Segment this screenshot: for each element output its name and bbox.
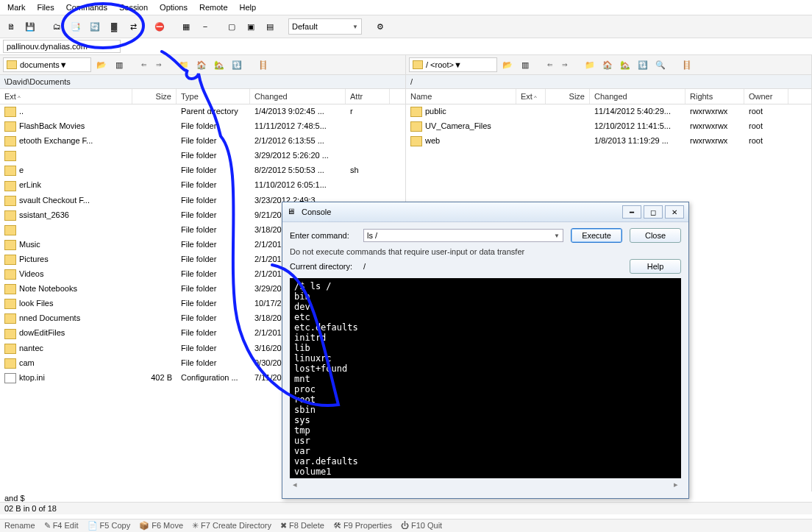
transfer-preset-dropdown[interactable]: Default ▼ <box>288 18 362 35</box>
help-button[interactable]: Help <box>630 259 681 274</box>
close-x-button[interactable]: ✕ <box>665 205 684 219</box>
table-row[interactable]: FlashBack MoviesFile folder11/11/2012 7:… <box>0 119 405 134</box>
col-type[interactable]: Type <box>177 89 250 104</box>
hint-move[interactable]: 📦 F6 Move <box>139 521 183 531</box>
tool-sync-icon[interactable]: 🗂 <box>49 18 65 35</box>
command-input[interactable]: ls / ▼ <box>363 229 563 242</box>
col-size[interactable]: Size <box>546 89 590 104</box>
tool-stop-icon[interactable]: ⛔ <box>152 18 168 35</box>
scroll-left-icon[interactable]: ◂ <box>293 480 297 489</box>
hint-quit[interactable]: ⏻ F10 Quit <box>401 521 442 531</box>
console-title: Console <box>302 208 331 216</box>
hint-mkdir[interactable]: ✳ F7 Create Directory <box>192 521 271 531</box>
parent-dir-icon[interactable]: 📁 <box>583 57 597 72</box>
table-row[interactable]: web1/8/2013 11:19:29 ...rwxrwxrwxroot <box>406 134 811 149</box>
folder-icon <box>413 60 423 69</box>
home-icon[interactable]: 🏡 <box>212 57 227 72</box>
home-icon[interactable]: 🏡 <box>618 57 633 72</box>
hint-delete[interactable]: ✖ F8 Delete <box>280 521 324 531</box>
table-row[interactable]: ..Parent directory1/4/2013 9:02:45 ...r <box>0 104 405 119</box>
hint-props[interactable]: 🛠 F9 Properties <box>333 521 392 531</box>
tool-queue-icon[interactable]: ▓ <box>106 18 122 35</box>
table-row[interactable]: erLinkFile folder11/10/2012 6:05:1... <box>0 178 405 193</box>
tool-settings-icon[interactable]: ⚙ <box>372 18 388 35</box>
tool-new-icon[interactable]: 🗎 <box>3 18 19 35</box>
col-attr[interactable]: Attr <box>346 89 390 104</box>
refresh-pane-icon[interactable]: 🔃 <box>635 57 650 72</box>
console-output[interactable]: /$ ls / bin dev etc etc.defaults initrd … <box>290 278 681 478</box>
nav-back-icon[interactable]: ⇐ <box>544 61 556 68</box>
remote-header: Name Ext^ Size Changed Rights Owner <box>406 89 811 104</box>
open-folder-icon[interactable]: 📂 <box>500 57 515 72</box>
tool-transfer-icon[interactable]: ⇄ <box>125 18 141 35</box>
menu-commands[interactable]: Commands <box>62 1 112 13</box>
col-ext[interactable]: Ext^ <box>516 89 546 104</box>
table-row[interactable]: public11/14/2012 5:40:29...rwxrwxrwxroot <box>406 104 811 119</box>
nav-back-icon[interactable]: ⇐ <box>138 61 150 68</box>
folder-icon <box>4 210 16 221</box>
root-dir-icon[interactable]: 🏠 <box>600 57 615 72</box>
col-changed[interactable]: Changed <box>250 89 346 104</box>
nav-fwd-icon[interactable]: ⇒ <box>153 61 165 68</box>
remote-drive-selector[interactable]: / <root> ▼ <box>409 57 497 72</box>
sort-caret-icon: ^ <box>534 94 537 101</box>
tool-minus-icon[interactable]: − <box>197 18 213 35</box>
remote-pane-toolbar: / <root> ▼ 📂 ▥ ⇐ ⇒ 📁 🏠 🏡 🔃 🔍 🪜 <box>406 55 811 75</box>
hint-rename[interactable]: Rename <box>4 521 35 531</box>
minimize-button[interactable]: ━ <box>622 205 641 219</box>
parent-dir-icon[interactable]: 📁 <box>177 57 191 72</box>
menu-remote[interactable]: Remote <box>195 1 232 13</box>
table-row[interactable]: etooth Exchange F...File folder2/1/2012 … <box>0 134 405 149</box>
tree-icon[interactable]: 🪜 <box>680 57 694 72</box>
menu-session[interactable]: Session <box>115 1 152 13</box>
find-icon[interactable]: 🔍 <box>653 57 668 72</box>
tool-sel1-icon[interactable]: ▢ <box>224 18 240 35</box>
folder-icon <box>410 107 422 117</box>
hint-copy[interactable]: 📄 F5 Copy <box>88 521 131 531</box>
folder-icon <box>4 344 16 354</box>
tool-grid-icon[interactable]: ▦ <box>178 18 194 35</box>
local-header: Ext^ Size Type Changed Attr <box>0 89 405 104</box>
nav-fwd-icon[interactable]: ⇒ <box>559 61 571 68</box>
tool-copy-icon[interactable]: 📑 <box>68 18 84 35</box>
folder-icon <box>410 121 422 132</box>
menu-mark[interactable]: Mark <box>3 1 29 13</box>
main-toolbar: 🗎 💾 🗂 📑 🔄 ▓ ⇄ ⛔ ▦ − ▢ ▣ ▤ Default ▼ ⚙ <box>0 15 812 38</box>
folder-icon <box>4 121 16 132</box>
root-dir-icon[interactable]: 🏠 <box>194 57 209 72</box>
col-size[interactable]: Size <box>132 89 177 104</box>
maximize-button[interactable]: ◻ <box>644 205 663 219</box>
menu-options[interactable]: Options <box>155 1 192 13</box>
hint-edit[interactable]: ✎ F4 Edit <box>44 521 79 531</box>
menu-files[interactable]: Files <box>32 1 58 13</box>
open-folder-icon[interactable]: 📂 <box>94 57 109 72</box>
scroll-right-icon[interactable]: ▸ <box>674 480 678 489</box>
table-row[interactable]: eFile folder8/2/2012 5:50:53 ...sh <box>0 163 405 178</box>
ini-icon <box>4 373 16 383</box>
col-owner[interactable]: Owner <box>744 89 788 104</box>
refresh-pane-icon[interactable]: 🔃 <box>229 57 244 72</box>
tool-refresh-icon[interactable]: 🔄 <box>87 18 103 35</box>
col-ext[interactable]: Ext^ <box>0 89 132 104</box>
address-input[interactable] <box>3 40 121 53</box>
table-row[interactable]: File folder3/29/2012 5:26:20 ... <box>0 149 405 163</box>
filter-icon[interactable]: ▥ <box>112 57 127 72</box>
folder-icon <box>4 284 16 294</box>
folder-icon <box>4 107 16 117</box>
col-rights[interactable]: Rights <box>685 89 744 104</box>
filter-icon[interactable]: ▥ <box>518 57 533 72</box>
menu-help[interactable]: Help <box>235 1 261 13</box>
col-name[interactable]: Name <box>406 89 516 104</box>
tool-sel2-icon[interactable]: ▣ <box>243 18 259 35</box>
sort-caret-icon: ^ <box>18 94 21 101</box>
tool-save-icon[interactable]: 💾 <box>22 18 38 35</box>
local-drive-selector[interactable]: documents ▼ <box>3 57 91 72</box>
close-button[interactable]: Close <box>630 228 681 243</box>
tree-icon[interactable]: 🪜 <box>256 57 271 72</box>
col-changed[interactable]: Changed <box>590 89 685 104</box>
curdir-value: / <box>363 262 622 271</box>
table-row[interactable]: UV_Camera_Files12/10/2012 11:41:5...rwxr… <box>406 119 811 134</box>
console-titlebar[interactable]: 🖥 Console ━ ◻ ✕ <box>282 202 688 222</box>
execute-button[interactable]: Execute <box>571 228 622 243</box>
tool-sel3-icon[interactable]: ▤ <box>262 18 278 35</box>
